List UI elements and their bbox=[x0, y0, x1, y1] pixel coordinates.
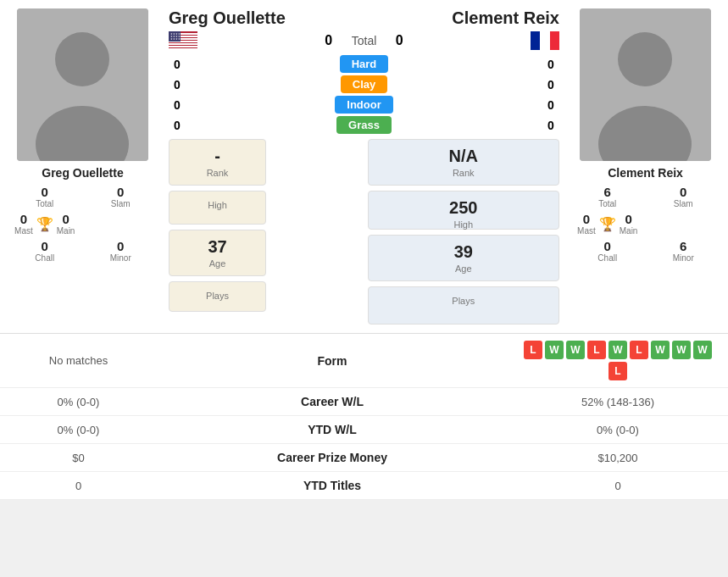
hard-button[interactable]: Hard bbox=[340, 55, 389, 73]
right-high-box: 250 High bbox=[368, 191, 560, 230]
center-area: Greg Ouellette Clement Reix ★★ bbox=[164, 8, 564, 325]
right-main-label: Main bbox=[620, 226, 638, 236]
form-badge-l: L bbox=[587, 341, 606, 359]
prize-left: $0 bbox=[0, 452, 148, 464]
prize-row: $0 Career Prize Money $10,200 bbox=[0, 444, 728, 472]
left-player-stats: 0 Total 0 Slam 0 Mast 🏆 0 Main bbox=[8, 185, 157, 263]
right-rank-box: N/A Rank bbox=[368, 139, 560, 186]
total-label: Total bbox=[352, 34, 377, 47]
right-mast-label: Mast bbox=[577, 226, 596, 236]
left-age-label: Age bbox=[180, 258, 255, 269]
right-mast-main-cell: 0 Mast 🏆 0 Main bbox=[571, 212, 644, 236]
left-plays-label: Plays bbox=[180, 291, 255, 301]
clay-score-right: 0 bbox=[542, 78, 559, 92]
form-badge-w: W bbox=[545, 341, 564, 359]
right-spacer bbox=[647, 212, 720, 236]
left-rank-label: Rank bbox=[180, 168, 255, 178]
form-badge-w: W bbox=[672, 341, 691, 359]
left-age-value: 37 bbox=[180, 237, 255, 257]
form-badge-w: W bbox=[693, 341, 712, 359]
ytd-wl-label: YTD W/L bbox=[148, 423, 516, 436]
indoor-row: 0 Indoor 0 bbox=[169, 96, 559, 114]
left-main-label: Main bbox=[57, 226, 75, 236]
indoor-score-right: 0 bbox=[542, 98, 559, 112]
right-total-value: 6 bbox=[571, 185, 644, 199]
left-player-name: Greg Ouellette bbox=[42, 166, 123, 180]
left-minor-label: Minor bbox=[85, 253, 158, 263]
titles-left: 0 bbox=[0, 480, 148, 492]
left-chall-value: 0 bbox=[8, 239, 81, 253]
indoor-score-left: 0 bbox=[169, 98, 186, 112]
ytd-wl-row: 0% (0-0) YTD W/L 0% (0-0) bbox=[0, 416, 728, 444]
left-player-title: Greg Ouellette bbox=[169, 8, 286, 28]
svg-rect-8 bbox=[169, 43, 197, 45]
left-slam-value: 0 bbox=[85, 185, 158, 199]
total-score-right: 0 bbox=[386, 33, 412, 48]
grass-score-left: 0 bbox=[169, 119, 186, 132]
grass-button[interactable]: Grass bbox=[336, 116, 392, 134]
right-chall-cell: 0 Chall bbox=[571, 239, 644, 263]
left-age-box: 37 Age bbox=[169, 230, 266, 276]
form-badge-w: W bbox=[566, 341, 585, 359]
form-badge-w: W bbox=[651, 341, 670, 359]
left-trophy-icon: 🏆 bbox=[36, 216, 53, 232]
right-age-box: 39 Age bbox=[368, 235, 560, 281]
left-player-card: Greg Ouellette 0 Total 0 Slam 0 Mast 🏆 bbox=[8, 8, 157, 263]
right-player-card: Clement Reix 6 Total 0 Slam 0 Mast 🏆 bbox=[571, 8, 720, 263]
left-total-label: Total bbox=[8, 199, 81, 208]
right-trophy-icon: 🏆 bbox=[599, 216, 616, 232]
svg-rect-9 bbox=[169, 46, 197, 47]
right-age-value: 39 bbox=[379, 242, 549, 262]
right-slam-cell: 0 Slam bbox=[647, 185, 720, 208]
form-label: Form bbox=[148, 354, 516, 368]
form-badge-l: L bbox=[609, 362, 627, 380]
ytd-wl-right: 0% (0-0) bbox=[516, 424, 728, 436]
hard-row: 0 Hard 0 bbox=[169, 55, 559, 73]
clay-row: 0 Clay 0 bbox=[169, 75, 559, 93]
right-rank-value: N/A bbox=[379, 147, 549, 166]
prize-label: Career Prize Money bbox=[148, 451, 516, 464]
svg-point-1 bbox=[55, 32, 109, 86]
form-badge-w: W bbox=[609, 341, 627, 359]
hard-score-right: 0 bbox=[542, 58, 559, 71]
left-chall-cell: 0 Chall bbox=[8, 239, 81, 263]
left-rank-value: - bbox=[180, 147, 255, 166]
indoor-button[interactable]: Indoor bbox=[335, 96, 392, 114]
right-plays-box: Plays bbox=[368, 286, 560, 325]
right-total-label: Total bbox=[571, 199, 644, 208]
right-chall-value: 0 bbox=[571, 239, 644, 253]
clay-button[interactable]: Clay bbox=[341, 75, 387, 93]
left-minor-value: 0 bbox=[85, 239, 158, 253]
left-rank-box: - Rank bbox=[169, 139, 266, 186]
left-slam-cell: 0 Slam bbox=[85, 185, 158, 208]
form-row: No matches Form LWWLWLWWWL bbox=[0, 334, 728, 388]
left-mast-label: Mast bbox=[14, 226, 33, 236]
right-player-avatar bbox=[580, 8, 711, 161]
main-container: Greg Ouellette 0 Total 0 Slam 0 Mast 🏆 bbox=[0, 0, 728, 500]
right-mast-value: 0 bbox=[577, 212, 596, 226]
left-slam-label: Slam bbox=[85, 199, 158, 208]
titles-row: 0 YTD Titles 0 bbox=[0, 472, 728, 500]
career-wl-right: 52% (148-136) bbox=[516, 396, 728, 408]
form-badge-l: L bbox=[524, 341, 542, 359]
right-player-stats: 6 Total 0 Slam 0 Mast 🏆 0 Main bbox=[571, 185, 720, 263]
left-player-avatar bbox=[17, 8, 148, 161]
right-age-label: Age bbox=[379, 264, 549, 274]
right-player-title: Clement Reix bbox=[452, 8, 559, 28]
left-minor-cell: 0 Minor bbox=[85, 239, 158, 263]
grass-row: 0 Grass 0 bbox=[169, 116, 559, 134]
left-main-value: 0 bbox=[57, 212, 75, 226]
career-wl-row: 0% (0-0) Career W/L 52% (148-136) bbox=[0, 388, 728, 416]
career-wl-left: 0% (0-0) bbox=[0, 396, 148, 408]
right-slam-value: 0 bbox=[647, 185, 720, 199]
form-badges-container: LWWLWLWWWL bbox=[516, 341, 728, 380]
no-matches-label: No matches bbox=[0, 354, 148, 367]
form-badges: LWWLWLWWWL bbox=[516, 341, 720, 380]
clay-score-left: 0 bbox=[169, 78, 186, 92]
right-plays-label: Plays bbox=[379, 296, 549, 306]
svg-rect-17 bbox=[550, 31, 559, 50]
fr-flag bbox=[531, 31, 559, 50]
right-high-value: 250 bbox=[379, 198, 549, 218]
titles-label: YTD Titles bbox=[148, 479, 516, 492]
bottom-section: No matches Form LWWLWLWWWL 0% (0-0) Care… bbox=[0, 333, 728, 500]
